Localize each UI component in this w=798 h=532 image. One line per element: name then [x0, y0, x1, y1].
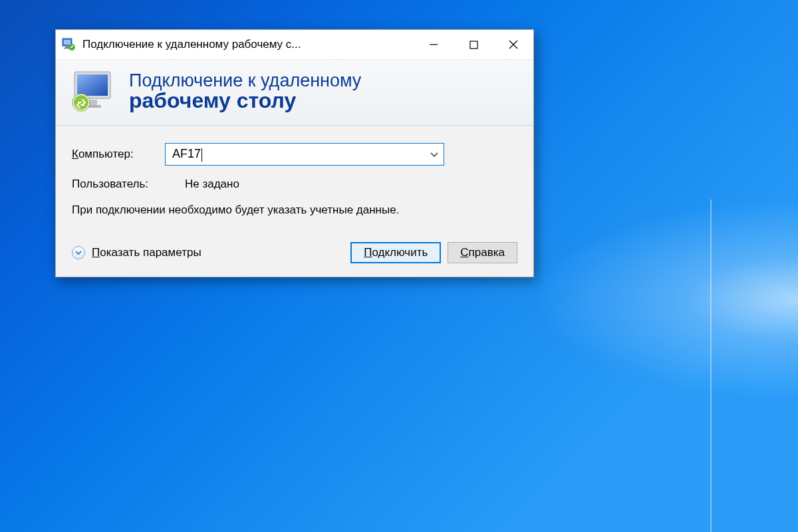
computer-label: Компьютер: [72, 148, 165, 161]
close-button[interactable] [493, 30, 533, 59]
titlebar[interactable]: Подключение к удаленному рабочему с... [56, 30, 533, 59]
rdp-app-icon [61, 37, 76, 52]
banner-title-line2: рабочему столу [129, 90, 361, 112]
user-label: Пользователь: [72, 178, 185, 191]
text-caret [201, 148, 202, 162]
svg-rect-1 [64, 40, 70, 45]
computer-row: Компьютер: AF17 [72, 143, 517, 166]
footer: Показать параметры Подключить Справка [72, 242, 517, 263]
header-banner: Подключение к удаленному рабочему столу [56, 59, 533, 126]
help-button[interactable]: Справка [448, 242, 517, 263]
monitor-icon [69, 69, 117, 114]
chevron-down-icon[interactable] [430, 150, 438, 160]
rdp-dialog: Подключение к удаленному рабочему с... [55, 29, 534, 277]
svg-rect-10 [77, 74, 108, 96]
show-options-link[interactable]: Показать параметры [92, 246, 201, 259]
computer-value: AF17 [172, 147, 430, 161]
desktop-light [532, 200, 798, 399]
user-row: Пользователь: Не задано [72, 178, 517, 191]
content-area: Компьютер: AF17 Пользователь: Не задано … [56, 126, 533, 277]
user-value: Не задано [185, 178, 239, 191]
banner-text: Подключение к удаленному рабочему столу [129, 71, 361, 112]
banner-title-line1: Подключение к удаленному [129, 71, 361, 90]
expand-chevron-icon[interactable] [72, 246, 85, 259]
credentials-hint: При подключении необходимо будет указать… [72, 203, 418, 218]
svg-rect-6 [470, 41, 477, 49]
maximize-button[interactable] [454, 30, 493, 59]
minimize-button[interactable] [414, 30, 454, 59]
connect-button[interactable]: Подключить [350, 242, 441, 263]
desktop-line [710, 200, 712, 532]
computer-combobox[interactable]: AF17 [165, 143, 444, 166]
window-title: Подключение к удаленному рабочему с... [82, 38, 414, 51]
window-controls [414, 30, 533, 59]
